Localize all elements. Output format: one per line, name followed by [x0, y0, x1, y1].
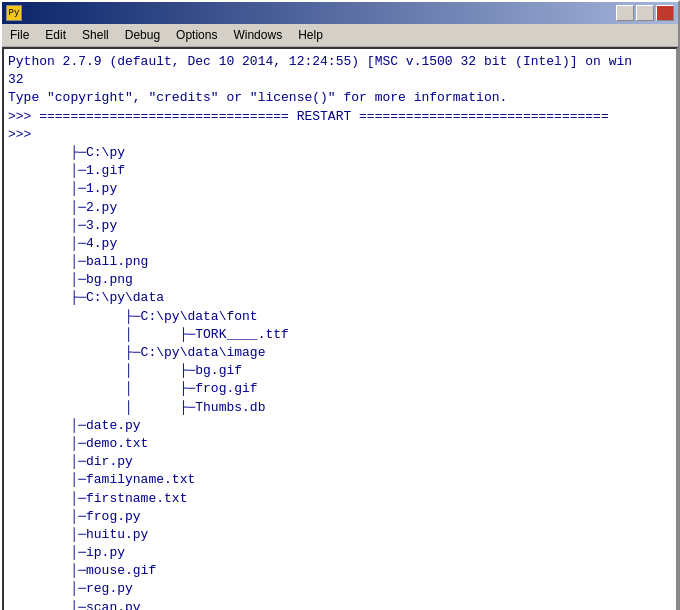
menu-bar: FileEditShellDebugOptionsWindowsHelp — [2, 24, 678, 47]
maximize-button[interactable] — [636, 5, 654, 21]
menu-item-windows[interactable]: Windows — [225, 26, 290, 44]
console-output: Python 2.7.9 (default, Dec 10 2014, 12:2… — [8, 53, 672, 610]
menu-item-options[interactable]: Options — [168, 26, 225, 44]
python-shell-window: Py FileEditShellDebugOptionsWindowsHelp … — [0, 0, 680, 610]
menu-item-shell[interactable]: Shell — [74, 26, 117, 44]
menu-item-edit[interactable]: Edit — [37, 26, 74, 44]
window-controls — [616, 5, 674, 21]
menu-item-file[interactable]: File — [2, 26, 37, 44]
minimize-button[interactable] — [616, 5, 634, 21]
console-area[interactable]: Python 2.7.9 (default, Dec 10 2014, 12:2… — [2, 47, 678, 610]
menu-item-debug[interactable]: Debug — [117, 26, 168, 44]
close-button[interactable] — [656, 5, 674, 21]
title-bar: Py — [2, 2, 678, 24]
window-icon: Py — [6, 5, 22, 21]
menu-item-help[interactable]: Help — [290, 26, 331, 44]
